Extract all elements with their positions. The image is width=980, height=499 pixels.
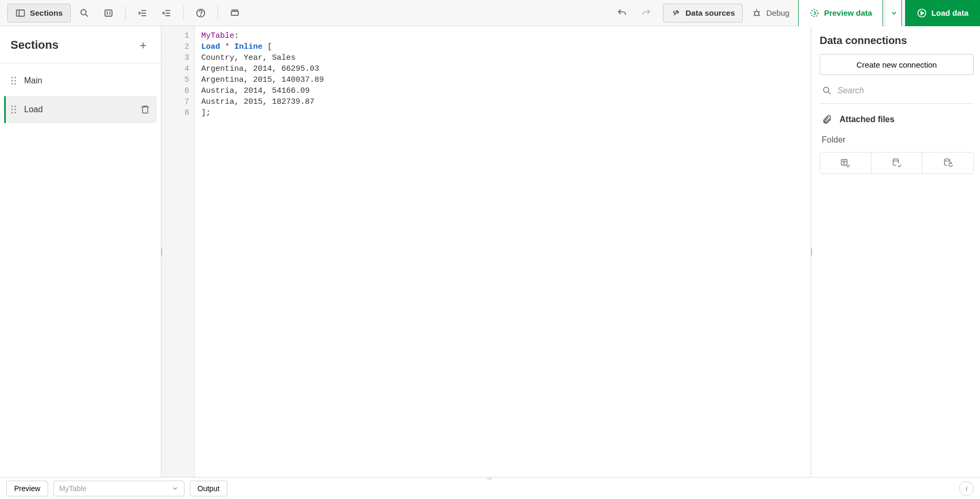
sections-toggle-button[interactable]: Sections: [7, 4, 71, 23]
help-button[interactable]: [190, 4, 211, 23]
svg-point-27: [15, 77, 16, 79]
code-line: Country, Year, Sales: [201, 53, 296, 62]
plug-icon: [671, 8, 681, 18]
redo-button[interactable]: [636, 4, 657, 23]
folder-label: Folder: [820, 135, 974, 145]
search-button[interactable]: [74, 4, 95, 23]
toolbar-divider: [125, 6, 126, 20]
sections-toggle-label: Sections: [30, 8, 63, 17]
bottom-splitter[interactable]: ═: [487, 475, 493, 482]
svg-point-45: [944, 159, 950, 161]
sidebar-splitter[interactable]: ||: [158, 244, 164, 259]
code-token: MyTable: [201, 31, 234, 40]
section-item-load[interactable]: Load: [4, 96, 157, 123]
comment-button[interactable]: [98, 4, 119, 23]
indent-button[interactable]: [132, 4, 153, 23]
preview-icon: [809, 8, 820, 18]
connection-search-input[interactable]: [837, 86, 972, 95]
preview-button[interactable]: Preview: [6, 481, 48, 496]
svg-rect-15: [231, 11, 238, 15]
section-list: Main Load: [0, 63, 161, 127]
rightpanel-splitter[interactable]: ||: [808, 244, 813, 259]
code-token: [: [263, 42, 272, 51]
search-icon: [79, 8, 90, 18]
svg-rect-0: [17, 10, 25, 16]
load-data-label: Load data: [931, 8, 968, 17]
line-number: 5: [161, 74, 189, 85]
sidebar-title: Sections: [10, 38, 59, 52]
load-data-button[interactable]: Load data: [905, 0, 980, 26]
sections-sidebar: Sections ＋ Main Load: [0, 26, 161, 477]
comment-icon: [103, 8, 114, 18]
svg-point-26: [12, 77, 13, 79]
chevron-down-icon: [890, 9, 898, 17]
main-area: Sections ＋ Main Load: [0, 26, 980, 477]
section-item-main[interactable]: Main: [4, 68, 157, 94]
info-button[interactable]: i: [959, 481, 974, 496]
outdent-button[interactable]: [156, 4, 177, 23]
plus-icon: ＋: [137, 37, 149, 53]
attached-files-label: Attached files: [840, 115, 895, 124]
svg-point-28: [12, 80, 13, 82]
add-section-button[interactable]: ＋: [135, 37, 151, 53]
insert-button[interactable]: [224, 4, 245, 23]
data-sources-button[interactable]: Data sources: [663, 4, 743, 23]
svg-point-34: [12, 109, 13, 111]
connection-edit-button[interactable]: [922, 153, 973, 173]
svg-point-32: [12, 106, 13, 107]
svg-point-17: [755, 11, 759, 15]
debug-button[interactable]: Debug: [746, 4, 795, 23]
line-number: 4: [161, 63, 189, 74]
table-select[interactable]: MyTable: [53, 481, 184, 496]
undo-button[interactable]: [612, 4, 633, 23]
script-editor[interactable]: 1 2 3 4 5 6 7 8 MyTable: Load * Inline […: [161, 26, 811, 477]
output-button[interactable]: Output: [190, 481, 227, 496]
svg-point-36: [12, 112, 13, 114]
sidebar-header: Sections ＋: [0, 26, 161, 63]
insert-icon: [230, 8, 240, 18]
code-line: Argentina, 2014, 66295.03: [201, 64, 319, 73]
svg-rect-38: [143, 107, 148, 113]
delete-section-button[interactable]: [140, 104, 150, 115]
code-area[interactable]: MyTable: Load * Inline [ Country, Year, …: [195, 26, 811, 477]
svg-point-23: [811, 9, 818, 16]
db-check-icon: [891, 158, 902, 168]
svg-line-22: [759, 15, 760, 16]
create-connection-button[interactable]: Create new connection: [820, 54, 974, 75]
indent-icon: [137, 8, 148, 18]
preview-data-button[interactable]: Preview data: [798, 0, 883, 26]
svg-point-31: [15, 83, 16, 85]
svg-point-33: [15, 106, 16, 107]
svg-point-2: [81, 9, 86, 15]
svg-line-40: [829, 92, 831, 94]
info-icon: i: [965, 484, 967, 493]
line-number: 1: [161, 30, 189, 41]
data-connections-title: Data connections: [820, 35, 974, 47]
code-token: *: [220, 42, 234, 51]
data-connections-panel: Data connections Create new connection A…: [811, 26, 980, 477]
attached-files-row[interactable]: Attached files: [820, 111, 974, 128]
preview-data-dropdown[interactable]: [886, 0, 902, 26]
toolbar-divider: [217, 6, 218, 20]
svg-point-35: [15, 109, 16, 111]
connection-insert-script-button[interactable]: [872, 153, 923, 173]
svg-line-3: [85, 14, 88, 16]
svg-line-20: [759, 11, 760, 12]
svg-line-21: [754, 15, 755, 16]
svg-point-30: [12, 83, 13, 85]
code-token: Load: [201, 42, 220, 51]
drag-handle-icon[interactable]: [10, 76, 17, 85]
svg-point-44: [893, 159, 898, 161]
undo-icon: [617, 8, 627, 18]
code-line: Argentina, 2015, 140037.89: [201, 75, 324, 84]
line-number: 2: [161, 41, 189, 52]
paperclip-icon: [822, 114, 832, 125]
panel-icon: [15, 8, 26, 18]
db-refresh-icon: [943, 158, 953, 168]
svg-point-37: [15, 112, 16, 114]
debug-label: Debug: [766, 8, 789, 17]
connection-select-data-button[interactable]: [820, 153, 872, 173]
line-number: 7: [161, 96, 189, 107]
code-line: Austria, 2015, 182739.87: [201, 97, 314, 106]
drag-handle-icon[interactable]: [10, 105, 17, 114]
